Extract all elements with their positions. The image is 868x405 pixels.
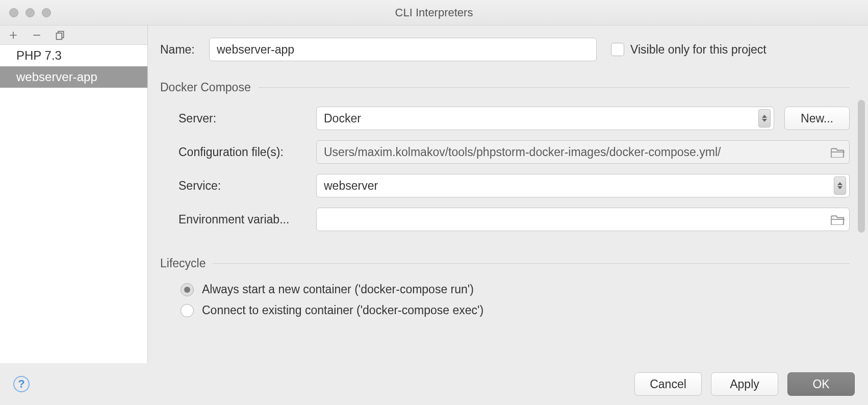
name-label: Name: — [160, 43, 209, 57]
server-label: Server: — [178, 112, 316, 125]
sidebar-toolbar — [0, 26, 147, 45]
remove-interpreter-button[interactable] — [31, 29, 43, 41]
chevron-updown-icon — [758, 109, 771, 128]
sidebar-item-label: PHP 7.3 — [16, 48, 62, 62]
divider — [258, 87, 850, 88]
lifecycle-section-header: Lifecycle — [160, 257, 850, 270]
divider — [213, 263, 850, 264]
scrollbar[interactable] — [858, 100, 865, 233]
section-title: Lifecycle — [160, 257, 206, 270]
cli-interpreters-dialog: CLI Interpreters PHP 7.3 webserv — [0, 0, 868, 405]
add-interpreter-button[interactable] — [7, 29, 19, 41]
new-server-button[interactable]: New... — [784, 107, 850, 130]
interpreter-list[interactable]: PHP 7.3 webserver-app — [0, 45, 147, 363]
config-file-value: /Users/maxim.kolmakov/tools/phpstorm-doc… — [324, 145, 826, 159]
sidebar-item-php73[interactable]: PHP 7.3 — [0, 45, 147, 66]
server-select-value: Docker — [324, 112, 361, 125]
minus-icon — [32, 30, 42, 40]
docker-compose-form: Server: Docker New... Configuration file… — [160, 107, 850, 241]
chevron-updown-icon — [834, 176, 846, 195]
name-row: Name: Visible only for this project — [160, 38, 850, 61]
apply-button-label: Apply — [730, 377, 759, 391]
service-select-value: webserver — [324, 179, 378, 193]
svg-rect-1 — [57, 33, 62, 39]
apply-button[interactable]: Apply — [711, 372, 778, 396]
radio-button[interactable] — [181, 304, 194, 317]
visible-only-label: Visible only for this project — [630, 43, 767, 57]
visible-only-checkbox-wrap[interactable]: Visible only for this project — [611, 43, 767, 57]
folder-icon — [831, 146, 845, 158]
service-row: Service: webserver — [178, 174, 850, 197]
server-select[interactable]: Docker — [316, 107, 774, 130]
plus-icon — [8, 30, 18, 40]
help-button[interactable]: ? — [13, 376, 30, 392]
radio-label: Connect to existing container ('docker-c… — [202, 303, 483, 317]
copy-icon — [55, 30, 65, 40]
titlebar: CLI Interpreters — [0, 0, 868, 26]
config-file-label: Configuration file(s): — [178, 145, 316, 159]
config-file-row: Configuration file(s): /Users/maxim.kolm… — [178, 140, 850, 164]
config-file-input[interactable]: /Users/maxim.kolmakov/tools/phpstorm-doc… — [316, 140, 850, 164]
window-title: CLI Interpreters — [0, 6, 868, 19]
cancel-button-label: Cancel — [650, 377, 686, 391]
cancel-button[interactable]: Cancel — [634, 372, 702, 396]
server-row: Server: Docker New... — [178, 107, 850, 130]
ok-button-label: OK — [812, 377, 829, 391]
radio-label: Always start a new container ('docker-co… — [202, 283, 474, 296]
radio-button[interactable] — [181, 283, 194, 296]
folder-icon — [831, 214, 845, 225]
visible-only-checkbox[interactable] — [611, 43, 624, 56]
env-input[interactable] — [316, 208, 850, 231]
env-label: Environment variab... — [178, 213, 316, 226]
sidebar-item-webserver-app[interactable]: webserver-app — [0, 66, 147, 88]
env-row: Environment variab... — [178, 208, 850, 231]
service-label: Service: — [178, 179, 316, 193]
lifecycle-option-run[interactable]: Always start a new container ('docker-co… — [160, 283, 850, 296]
copy-interpreter-button[interactable] — [54, 29, 66, 41]
docker-compose-section-header: Docker Compose — [160, 81, 850, 94]
sidebar-item-label: webserver-app — [16, 70, 97, 84]
dialog-footer: ? Cancel Apply OK — [0, 363, 868, 405]
interpreter-details-panel: Name: Visible only for this project Dock… — [148, 26, 868, 363]
ok-button[interactable]: OK — [787, 372, 855, 396]
interpreter-list-panel: PHP 7.3 webserver-app — [0, 26, 148, 363]
new-server-button-label: New... — [801, 112, 833, 125]
service-select[interactable]: webserver — [316, 174, 850, 197]
help-icon: ? — [18, 377, 24, 391]
section-title: Docker Compose — [160, 81, 251, 94]
lifecycle-option-exec[interactable]: Connect to existing container ('docker-c… — [160, 303, 850, 317]
name-input[interactable] — [209, 38, 597, 61]
dialog-body: PHP 7.3 webserver-app Name: Visible only… — [0, 26, 868, 363]
